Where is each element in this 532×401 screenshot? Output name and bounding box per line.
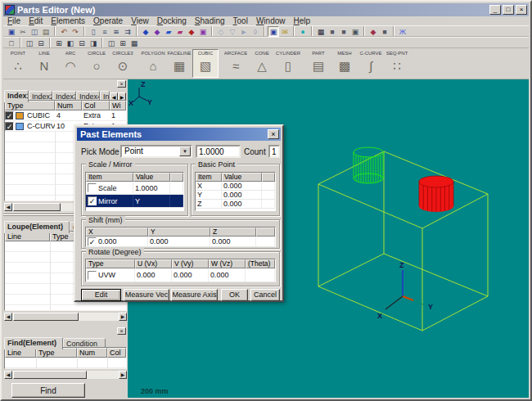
layout-main-top-button[interactable]: ⊟ xyxy=(76,38,88,48)
grid-view-button[interactable]: ▦ xyxy=(315,26,327,37)
menu-operate[interactable]: Operate xyxy=(89,16,127,25)
scale-value[interactable]: 1.0000 xyxy=(133,182,170,194)
column-col[interactable]: Col xyxy=(107,348,126,358)
tool-mesh[interactable]: MESH▩ xyxy=(331,49,358,78)
tool-arcface[interactable]: ARCFACE≈ xyxy=(223,49,249,78)
menu-view[interactable]: View xyxy=(127,16,153,25)
measure-vec-button[interactable]: Measure Vec xyxy=(124,289,169,301)
rotate-row[interactable]: ✓UVW 0.000 0.000 0.000 xyxy=(86,268,275,282)
undo-button[interactable]: ↶ xyxy=(58,26,70,37)
close-button[interactable]: × xyxy=(516,5,527,15)
menu-elements[interactable]: Elements xyxy=(47,16,89,25)
ghost-arrow-button[interactable]: ► xyxy=(238,26,250,37)
tab-find-element[interactable]: Find(Element) xyxy=(4,337,63,349)
dialog-close-button[interactable]: × xyxy=(268,129,279,139)
tool-circle3[interactable]: CIRCLE3⊙ xyxy=(110,49,136,78)
cancel-button[interactable]: Cancel xyxy=(250,289,280,301)
element-red-button[interactable]: ◆ xyxy=(186,26,197,37)
redo-button[interactable]: ↷ xyxy=(70,26,81,37)
layout-single-button[interactable]: □ xyxy=(6,38,17,48)
tool-faceline[interactable]: FACELINE▦ xyxy=(166,49,192,78)
element-magenta-button[interactable]: ▰ xyxy=(174,26,186,37)
column-y[interactable]: Y xyxy=(148,228,210,237)
column-item[interactable]: Item xyxy=(196,173,222,182)
texture-button[interactable]: ▣ xyxy=(349,26,361,37)
tool-cone[interactable]: CONE△ xyxy=(249,49,275,78)
tool-circle[interactable]: CIRCLE○ xyxy=(83,49,110,78)
pick-mode-combo[interactable]: Point ▼ xyxy=(120,145,192,158)
element-row-cubic[interactable]: ✓CUBIC4Extra1 xyxy=(5,110,126,121)
layout-main-right-button[interactable]: ◨ xyxy=(88,38,99,48)
column-v-vy[interactable]: V (Vy) xyxy=(172,259,209,268)
find-panel-close-button[interactable]: × xyxy=(117,327,126,335)
column-item[interactable]: Item xyxy=(86,173,133,182)
tool-point[interactable]: POINT∴ xyxy=(5,49,31,78)
scale-checkbox[interactable]: ✓ xyxy=(88,183,97,192)
mirror-checkbox[interactable]: ✓ xyxy=(88,196,97,205)
ok-button[interactable]: OK xyxy=(221,289,248,301)
restore-button[interactable]: □ xyxy=(503,5,514,15)
column-rotate-type[interactable]: Type xyxy=(86,259,135,268)
shade-mode-button[interactable]: ▣ xyxy=(268,26,279,37)
pick-value-field[interactable] xyxy=(196,145,241,158)
find-table-body[interactable] xyxy=(5,358,126,368)
index-panel-close-button[interactable]: × xyxy=(117,80,126,88)
scroll-thumb[interactable] xyxy=(13,203,61,211)
cylinder-red[interactable] xyxy=(419,176,453,212)
x-value[interactable]: 0.000 xyxy=(222,182,262,190)
scroll-left-arrow[interactable]: ◀ xyxy=(4,203,12,211)
count-field[interactable] xyxy=(268,145,280,158)
cylinder-green[interactable] xyxy=(354,147,383,183)
chevron-down-icon[interactable]: ▼ xyxy=(179,146,191,156)
element-navy-button[interactable]: ▰ xyxy=(163,26,174,37)
column-value[interactable]: Value xyxy=(222,173,262,182)
element-violet-button[interactable]: ▣ xyxy=(197,26,209,37)
shift-checkbox[interactable]: ✓ xyxy=(88,237,97,246)
tool-line[interactable]: LINEN xyxy=(31,49,57,78)
column-theta[interactable]: (Theta) xyxy=(246,259,275,268)
column-num[interactable]: Num xyxy=(55,101,82,110)
column-w-vz[interactable]: W (Vz) xyxy=(209,259,246,268)
rotate-checkbox[interactable]: ✓ xyxy=(88,271,97,280)
scroll-right-arrow[interactable]: ▶ xyxy=(119,371,127,379)
save-button[interactable]: ▣ xyxy=(6,26,17,37)
tool-cylinder[interactable]: CYLINDER▯ xyxy=(275,49,301,78)
tool-polygon[interactable]: POLYGON⌂ xyxy=(140,49,166,78)
rotate-w-value[interactable]: 0.000 xyxy=(209,268,246,282)
tool-part[interactable]: PART▤ xyxy=(305,49,331,78)
menu-help[interactable]: Help xyxy=(290,16,315,25)
menu-window[interactable]: Window xyxy=(252,16,290,25)
loupe-hscrollbar[interactable]: ◀ ▶ xyxy=(4,313,127,321)
list-middle-button[interactable]: ≅ xyxy=(110,26,122,37)
layout-one-two-button[interactable]: ⊞ xyxy=(117,38,128,48)
view-dark-1-button[interactable]: ■ xyxy=(327,26,338,37)
shift-row[interactable]: ✓0.000 0.000 0.000 xyxy=(86,237,275,247)
menu-edit[interactable]: Edit xyxy=(25,16,47,25)
ghost-diamond-button[interactable]: ◊ xyxy=(250,26,261,37)
layout-grid-button[interactable]: ▦ xyxy=(128,38,140,48)
minimize-button[interactable]: _ xyxy=(489,5,501,15)
measure-axis-button[interactable]: Measure Axis xyxy=(171,289,218,301)
mirror-row[interactable]: ✓Mirror Y xyxy=(86,195,183,208)
find-hscrollbar[interactable]: ◀ ▶ xyxy=(4,371,127,379)
column-num[interactable]: Num xyxy=(77,348,107,358)
z-value[interactable]: 0.000 xyxy=(222,200,262,208)
view-dark-2-button[interactable]: ■ xyxy=(338,26,349,37)
scroll-left-arrow[interactable]: ◀ xyxy=(4,371,12,379)
tool-seq-pnt[interactable]: SEQ-PNT∷ xyxy=(384,49,410,78)
measure-button[interactable]: ◆ xyxy=(367,26,379,37)
basic-point-z-row[interactable]: Z 0.000 xyxy=(196,200,275,209)
copy-button[interactable]: ◫ xyxy=(29,26,40,37)
layout-two-one-button[interactable]: ◫ xyxy=(106,38,117,48)
basic-point-y-row[interactable]: Y 0.000 xyxy=(196,191,275,200)
rotate-u-value[interactable]: 0.000 xyxy=(135,268,172,282)
element-blue-button[interactable]: ◆ xyxy=(140,26,151,37)
tab-loupe-element[interactable]: Loupe(Element) xyxy=(4,221,70,233)
tool-arc[interactable]: ARC◠ xyxy=(57,49,83,78)
material-button[interactable]: ✉ xyxy=(279,26,291,37)
column-z[interactable]: Z xyxy=(210,228,256,237)
shift-y-value[interactable]: 0.000 xyxy=(148,237,210,246)
basic-point-x-row[interactable]: X 0.000 xyxy=(196,182,275,191)
scale-row[interactable]: ✓Scale 1.0000 xyxy=(86,182,183,195)
menu-shading[interactable]: Shading xyxy=(191,16,229,25)
